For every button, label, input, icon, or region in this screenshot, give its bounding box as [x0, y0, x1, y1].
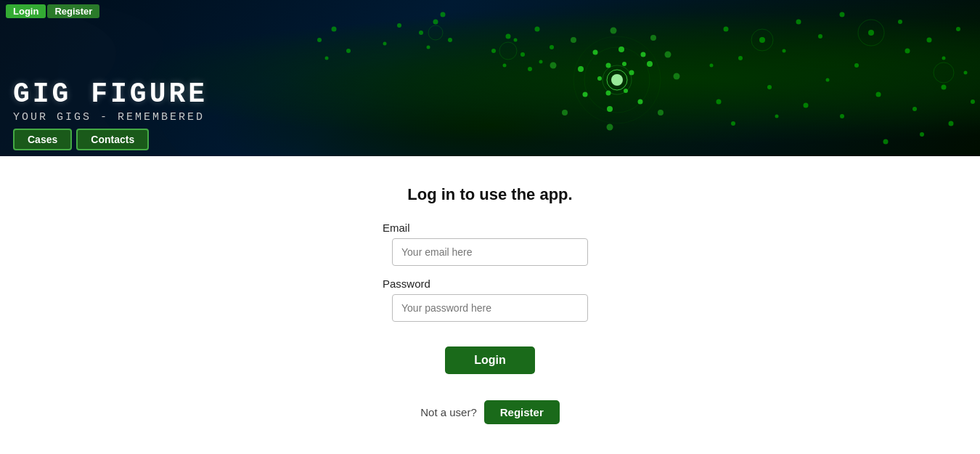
login-nav-button[interactable]: Login	[6, 4, 46, 18]
not-a-user-text: Not a user?	[420, 406, 477, 418]
login-section: Log in to use the app. Email Password Lo…	[0, 156, 980, 424]
brand: GIG FIGURE YOUR GIGS - REMEMBERED	[13, 78, 208, 123]
password-label: Password	[381, 277, 430, 290]
register-button[interactable]: Register	[484, 400, 560, 424]
login-heading: Log in to use the app.	[407, 185, 572, 204]
brand-subtitle: YOUR GIGS - REMEMBERED	[13, 111, 208, 123]
password-form-group: Password	[381, 277, 599, 322]
login-submit-button[interactable]: Login	[445, 346, 535, 374]
top-nav: Login Register	[6, 4, 99, 18]
register-nav-button[interactable]: Register	[47, 4, 99, 18]
password-input[interactable]	[392, 294, 588, 322]
hero-nav: Cases Contacts	[13, 129, 149, 150]
hero-section: Login Register GIG FIGURE YOUR GIGS - RE…	[0, 0, 980, 156]
brand-title: GIG FIGURE	[13, 78, 208, 110]
contacts-button[interactable]: Contacts	[76, 129, 149, 150]
cases-button[interactable]: Cases	[13, 129, 72, 150]
register-row: Not a user? Register	[420, 400, 560, 424]
email-form-group: Email	[381, 222, 599, 266]
email-input[interactable]	[392, 238, 588, 266]
email-label: Email	[381, 222, 410, 234]
